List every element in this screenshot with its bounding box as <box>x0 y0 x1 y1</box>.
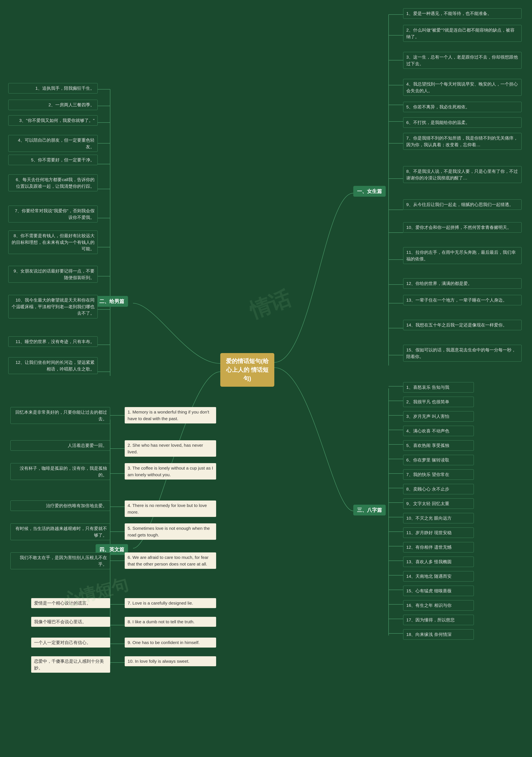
female-item-5: 5、你若不离异，我必生死相依。 <box>403 102 521 112</box>
male-item-7: 7、你要经常对我说"我爱你"，否则我会假设你不爱我。 <box>8 206 98 223</box>
eight-branch-label: 三、八字篇 <box>357 507 382 513</box>
female-item-4: 4、我总望找到一个每天对我说早安、晚安的人，一个担心会失去的人。 <box>403 79 521 96</box>
male-item-3: 3、"你不爱我又如何，我爱你就够了。" <box>8 115 98 126</box>
eight-item-11: 11、岁月静好 现世安稳 <box>403 528 474 538</box>
eight-item-15: 15、心有猛虎 细嗅蔷薇 <box>403 586 474 596</box>
watermark2: 情话 <box>246 285 295 325</box>
eight-item-17: 17、因为懂得，所以慈悲 <box>403 615 474 625</box>
male-item-6: 6、每天去任何地方都要call我，告诉你的位置以及跟谁一起，让我清楚你的行踪。 <box>8 174 98 191</box>
female-item-12: 12、你给的世界，满满的都是爱。 <box>403 278 521 289</box>
eight-item-3: 3、岁月无声 叫人害怕 <box>403 411 474 422</box>
female-item-13: 13、一辈子住在一个地方，一辈子睡在一个人身边。 <box>403 295 521 305</box>
central-node: 爱的情话短句(给心上人的 情话短句) <box>220 353 274 387</box>
eight-item-16: 16、有生之年 相识与你 <box>403 600 474 611</box>
male-item-9: 9、女朋友说过的话最好要记得一点，不要随便假装听到。 <box>8 266 98 283</box>
english-left-7: 爱情是一个精心设计的谎言。 <box>31 598 110 608</box>
male-branch: 二、给男篇 <box>96 296 128 307</box>
male-item-1: 1、追执我手，陪我癫狂千生。 <box>8 83 98 93</box>
central-label: 爱的情话短句(给心上人的 情话短句) <box>226 358 268 382</box>
eight-item-7: 7、我的快乐 望你常在 <box>403 469 474 480</box>
english-left-2: 人活着总要爱一回。 <box>11 440 110 451</box>
eight-item-9: 9、文字太轻 回忆太重 <box>403 499 474 509</box>
english-left-6: 我们不敢太在乎，是因为害怕别人压根儿不在乎。 <box>11 553 110 569</box>
english-left-1: 回忆本来是非常美好的，只要你能让过去的都过去。 <box>11 407 110 424</box>
eight-item-5: 5、喜欢热闹 享受孤独 <box>403 440 474 451</box>
mind-map: 爱的情话短句(给心上人的 情话短句) 一、女生篇 二、给男篇 三、八字篇 四、英… <box>0 0 532 757</box>
eight-item-18: 18、向来缘浅 奈何情深 <box>403 629 474 640</box>
male-item-10: 10、我今生最大的奢望就是天天和你在同个温暖床榻，平淡相守到老—老到我们哪也去不… <box>8 295 98 318</box>
english-right-7: 7. Love is a carefully designed lie. <box>125 598 216 608</box>
eight-item-4: 4、满心欢喜 不动声色 <box>403 426 474 436</box>
female-item-1: 1、爱是一种遇见，不能等待，也不能准备。 <box>403 8 521 19</box>
eight-item-14: 14、天南地北 随遇而安 <box>403 571 474 582</box>
female-item-7: 7、你是我猜不到的不知所措，我是你猜不到的无关痛痒，因为你，我认真着；改变着，忘… <box>403 133 521 150</box>
eight-item-8: 8、卖顾心心 永不止步 <box>403 484 474 494</box>
eight-item-13: 13、喜欢人多 怪我椭圆 <box>403 557 474 567</box>
eight-branch: 三、八字篇 <box>353 505 386 515</box>
english-left-9: 一个人一定要对自己有信心。 <box>31 638 110 648</box>
english-left-8: 我像个哑巴不会说心里话。 <box>31 617 110 627</box>
english-right-5: 5. Sometimes love is not enough when the… <box>125 523 216 540</box>
eight-item-6: 6、你在梦里 辗转读取 <box>403 455 474 465</box>
male-item-5: 5、你不需要好，但一定要干净。 <box>8 155 98 165</box>
male-item-4: 4、可以陪自己的朋友，但一定要重色轻友。 <box>8 135 98 152</box>
female-item-10: 10、爱你才会和你一起拼搏，不然何苦拿青春赌明天。 <box>403 222 521 232</box>
female-branch-label: 一、女生篇 <box>357 188 382 194</box>
eight-item-12: 12、有你相伴 遗世无憾 <box>403 542 474 553</box>
eight-item-1: 1、喜怒哀乐 告知与我 <box>403 382 474 393</box>
english-right-3: 3. The coffee is lonely without a cup ju… <box>125 463 216 479</box>
female-item-14: 14、我想在五十年之后我一定还是像现在一样爱你。 <box>403 320 521 330</box>
english-right-6: 6. We are afraid to care too much, for f… <box>125 553 216 569</box>
male-item-11: 11、睡空的世界，没有奇迹，只有丰布。 <box>8 336 98 347</box>
male-item-12: 12、让我们坐在时间的长河边，望远紧紧相语，吟唱那人生之歌。 <box>8 357 98 374</box>
female-item-2: 2、什么叫做"被爱"?就是连自己都不能容纳的缺点，被容纳了。 <box>403 25 521 42</box>
english-left-4: 治疗爱的创伤唯有加倍地去爱。 <box>11 500 110 511</box>
female-item-9: 9、从今往后让我们一起走，细腻的心思我们一起猜透。 <box>403 199 521 210</box>
english-right-1: 1. Memory is a wonderful thing if you do… <box>125 407 216 423</box>
female-item-8: 8、不是我没人说，不是我没人要，只是心里有了你，不过谢谢你的冷漠让我彻底的醒了… <box>403 166 521 183</box>
english-right-10: 10. In love folly is always sweet. <box>125 656 216 666</box>
female-item-11: 11、拉你的左手，在雨中无尽头奔跑，最后最后，我们幸福的依偎。 <box>403 247 521 264</box>
english-right-2: 2. She who has never loved, has never li… <box>125 440 216 457</box>
english-left-3: 没有杯子，咖啡是孤寂的，没有你，我是孤独的。 <box>11 463 110 480</box>
english-right-9: 9. One has to be confident in himself. <box>125 638 216 648</box>
female-item-6: 6、不打扰，是我能给你的温柔。 <box>403 117 521 128</box>
male-item-8: 8、你不需要是有钱人，但最好有比较远大的目标和理想，在未来有成为一个有钱人的可能… <box>8 230 98 254</box>
english-right-4: 4. There is no remedy for love but to lo… <box>125 500 216 517</box>
female-item-3: 3、这一生，总有一个人，老是跟你过不去，你却很想跟他过下去。 <box>403 52 521 69</box>
female-branch: 一、女生篇 <box>353 186 386 197</box>
english-left-5: 有时候，当生活的路越来越艰难时，只有爱就不够了。 <box>11 523 110 540</box>
male-item-2: 2、一房两人三餐四季。 <box>8 100 98 110</box>
english-branch-label: 四、英文篇 <box>99 547 124 552</box>
eight-item-10: 10、不灭之光 眼向远方 <box>403 513 474 523</box>
female-item-15: 15、假如可以的话，我愿意花去生命中的每一分每一秒，陪着你。 <box>403 345 521 362</box>
male-branch-label: 二、给男篇 <box>99 298 124 304</box>
eight-item-2: 2、我很平凡 也很简单 <box>403 397 474 407</box>
english-left-10: 恋爱中，千傻事总是让人感到十分美妙。 <box>31 656 110 673</box>
english-right-8: 8. I like a dumb not to tell the truth. <box>125 617 216 627</box>
